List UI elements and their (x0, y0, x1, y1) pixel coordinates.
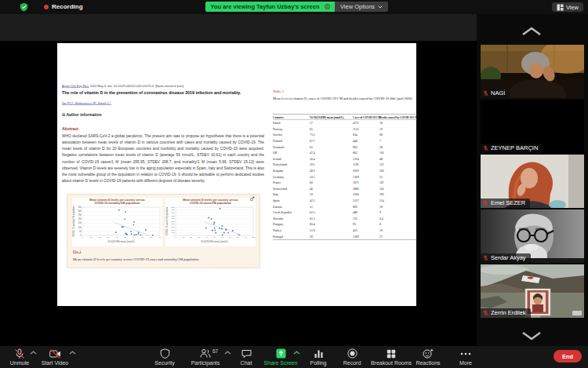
table-cell: 125 (353, 217, 358, 220)
svg-text:COVID-19 mortality/1M populati: COVID-19 mortality/1M population (72, 206, 75, 237)
table-cell: 1671 (353, 180, 359, 184)
table-cell: Spain (273, 199, 280, 202)
table-cell: Belgium (273, 169, 283, 173)
scroll-up-chevron-icon[interactable] (520, 26, 543, 37)
table-cell: 1123 (353, 127, 358, 131)
table-cell: 18 (379, 205, 383, 209)
table-cell: 50.1 (310, 175, 315, 179)
table-cell: 37 (379, 235, 383, 239)
table-cell: 38 (379, 145, 383, 149)
male-symbol-pointer-icon: ♂ (249, 193, 256, 204)
table-cell: 963 (353, 145, 358, 149)
table-cell: 39 (310, 235, 313, 239)
paper-title: The role of vitamin D in the prevention … (62, 90, 263, 100)
meeting-toolbar: Unmute Start Video Security (0, 346, 588, 368)
shared-screen-header-area (0, 14, 477, 41)
table-cell: 57 (310, 122, 313, 126)
record-icon (347, 348, 358, 359)
author-information-toggle: ⊞ Author information (62, 112, 263, 121)
table-cell: 488 (353, 210, 358, 214)
table-row: Switzerland462880105 (273, 186, 417, 192)
more-dots-icon (460, 352, 471, 355)
table-cell: 9 (379, 210, 381, 214)
table-row: Italy502306292 (273, 191, 417, 198)
table-cell: 1234 (353, 157, 359, 161)
table-cell: Slovakia (273, 217, 283, 220)
table-cell: Ireland (273, 157, 281, 161)
table-cell: 25 (379, 175, 383, 179)
shared-screen: Aging Clin Exp Res. 2020 May 6. doi: 10.… (0, 14, 477, 346)
table-cell: Finland (273, 139, 282, 143)
table-header-cell: Countries (273, 116, 284, 119)
svg-text:150: 150 (78, 221, 82, 224)
video-tile[interactable]: Emel SEZER (481, 155, 584, 208)
recording-label: Recording (52, 3, 83, 10)
shield-icon (160, 348, 170, 359)
table-cell: 60 (310, 180, 313, 184)
participant-name-tag: Zerrin Erdilek (481, 308, 531, 318)
participants-count: 67 (212, 348, 218, 354)
table-cell: 56.4 (310, 157, 315, 161)
zoom-meeting-window: Recording You are viewing Tayfun Uzbay's… (0, 0, 588, 368)
svg-text:350: 350 (78, 206, 82, 209)
table-cell: 105 (379, 187, 384, 191)
bar-chart-icon (314, 349, 324, 359)
table-cell: 42.5 (310, 199, 315, 202)
video-off-icon (49, 349, 61, 359)
table-cell: 6 (379, 223, 381, 227)
table-cell: Italy (273, 193, 278, 197)
video-menu-chevron-icon[interactable] (69, 351, 76, 355)
table-cell: 51 (310, 205, 313, 209)
table-cell: Island (273, 122, 280, 126)
table-cell: Denmark (273, 145, 284, 149)
figure-caption: Mean vitamin D levels per country versus… (73, 257, 260, 265)
participant-name-tag: NAGİ (481, 89, 510, 98)
table-row: Czech Republic62.54889 (273, 210, 417, 216)
scroll-down-chevron-icon[interactable] (520, 330, 543, 341)
video-tile[interactable]: Zerrin Erdilek (481, 264, 584, 318)
scatter-plot-svg: 0500100015002000250030003500400045005000… (165, 206, 256, 243)
table-row: Spain42.53137314 (273, 198, 417, 204)
svg-text:100: 100 (78, 226, 82, 229)
more-button[interactable]: More (441, 348, 491, 366)
view-label: View (566, 4, 579, 11)
table-row: Denmark6596338 (273, 144, 417, 150)
muted-mic-icon (483, 255, 488, 261)
table-cell: 7 (379, 139, 381, 143)
shared-document-page: Aging Clin Exp Res. 2020 May 6. doi: 10.… (57, 43, 416, 306)
table-cell: 49.3 (310, 169, 315, 173)
scatter-plot-mortality: Mean vitamin D levels per country versus… (72, 198, 162, 246)
svg-text:100: 100 (252, 236, 256, 239)
svg-text:250: 250 (78, 213, 82, 217)
svg-text:COVID-19 cases/1M population: COVID-19 cases/1M population (165, 206, 169, 235)
table-cell: 50 (310, 193, 313, 197)
table-cell: 865 (353, 151, 358, 155)
expand-box-icon: ⊞ (62, 112, 65, 117)
participant-name-tag: Serdar Akyay (481, 253, 531, 263)
table-cell: 93 (353, 223, 356, 227)
svg-text:300: 300 (78, 210, 82, 213)
table-row: Turkey51.845310 (273, 228, 417, 234)
view-options-button[interactable]: View Options (335, 2, 388, 12)
table-cell: 3137 (353, 199, 359, 202)
muted-mic-icon (483, 310, 488, 316)
table-row: Estonia5189318 (273, 203, 417, 210)
table-cell: 2019 (353, 169, 359, 173)
table-cell: 10 (379, 228, 383, 232)
table-cell: 68 (379, 133, 383, 137)
table-cell: 59.5 (310, 163, 315, 167)
banner-text: You are viewing Tayfun Uzbay's screen (210, 3, 319, 10)
scatter-plot-svg: 0501001502002503003500102030405060708090… (72, 206, 162, 243)
recording-dot-icon (44, 5, 49, 9)
end-meeting-button[interactable]: End (554, 350, 582, 363)
video-tile[interactable]: Serdar Akyay (481, 210, 584, 263)
video-tile[interactable]: NAGİ (481, 45, 584, 98)
table-cell: 4731 (353, 122, 359, 126)
figure-box: Mean vitamin D levels per country versus… (67, 194, 260, 268)
video-tile[interactable]: ZEYNEP BARÇIN (481, 100, 584, 153)
table-row: Slovakia81.51250.4 (273, 216, 417, 222)
view-button[interactable]: View (552, 2, 583, 12)
table-cell: 48 (379, 157, 383, 161)
mic-muted-icon (14, 348, 25, 359)
table-cell: 1190 (353, 163, 358, 167)
